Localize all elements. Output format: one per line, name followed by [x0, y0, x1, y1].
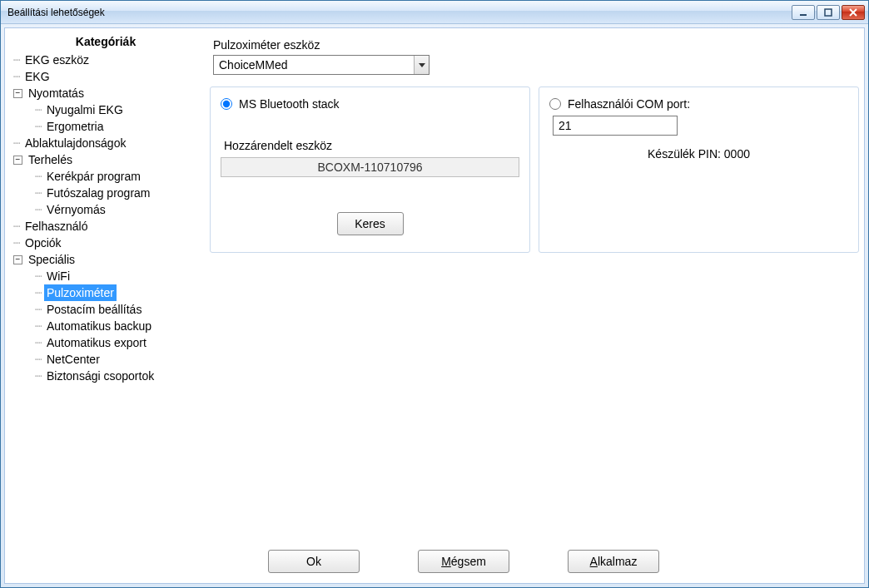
tree-item-label: Speciális: [26, 251, 77, 268]
tree-item-label: EKG eszköz: [22, 52, 92, 68]
button-bar: Ok Mégsem Alkalmaz: [68, 541, 859, 578]
bluetooth-radio[interactable]: [221, 98, 232, 110]
tree-item-label: Kerékpár program: [44, 168, 143, 185]
settings-window: Beállítási lehetőségek Kategóriák ┈EKG e…: [0, 0, 869, 588]
tree-item-ker-kp-r-program[interactable]: ┈Kerékpár program: [10, 168, 201, 185]
tree-item-v-rnyom-s[interactable]: ┈Vérnyomás: [10, 201, 201, 218]
tree-item-wifi[interactable]: ┈WiFi: [10, 268, 201, 284]
titlebar: Beállítási lehetőségek: [1, 1, 868, 24]
client-area: Kategóriák ┈EKG eszköz┈EKG−Nyomtatás┈Nyu…: [4, 27, 865, 584]
maximize-icon: [823, 7, 833, 17]
tree-item-label: EKG: [22, 68, 52, 85]
device-pin-label: Készülék PIN: 0000: [549, 147, 848, 161]
tree-item-label: NetCenter: [44, 351, 102, 368]
tree-item-label: Vérnyomás: [44, 201, 108, 218]
comport-input[interactable]: [553, 116, 678, 136]
minimize-icon: [798, 7, 808, 17]
device-combo-button[interactable]: [414, 56, 429, 74]
tree-item-ekg[interactable]: ┈EKG: [10, 68, 201, 85]
assigned-device-value: BCOXM-110710796: [221, 157, 519, 177]
tree-item-label: Ablaktulajdonságok: [22, 135, 128, 151]
tree-item-label: WiFi: [44, 268, 72, 284]
bluetooth-radio-label: MS Bluetooth stack: [239, 97, 340, 111]
content-row: Kategóriák ┈EKG eszköz┈EKG−Nyomtatás┈Nyu…: [10, 33, 859, 541]
tree-item-nyomtat-s[interactable]: −Nyomtatás: [10, 85, 201, 101]
tree-item-speci-lis[interactable]: −Speciális: [10, 251, 201, 268]
close-button[interactable]: [842, 5, 865, 20]
svg-rect-1: [825, 9, 832, 16]
category-tree[interactable]: ┈EKG eszköz┈EKG−Nyomtatás┈Nyugalmi EKG┈E…: [10, 52, 201, 541]
tree-item-label: Automatikus export: [44, 334, 149, 351]
chevron-down-icon: [419, 62, 425, 68]
tree-item-biztons-gi-csoportok[interactable]: ┈Biztonsági csoportok: [10, 368, 201, 384]
comport-radio-label: Felhasználói COM port:: [568, 97, 690, 111]
window-controls: [792, 5, 865, 20]
main-panel: Pulzoximéter eszköz MS Bluetooth stack H…: [210, 33, 859, 541]
tree-expander-icon[interactable]: −: [13, 255, 22, 264]
tree-item-postac-m-be-ll-t-s[interactable]: ┈Postacím beállítás: [10, 301, 201, 318]
tree-item-label: Felhasználó: [22, 218, 91, 235]
tree-item-label: Nyugalmi EKG: [44, 101, 126, 118]
tree-item-netcenter[interactable]: ┈NetCenter: [10, 351, 201, 368]
tree-item-felhaszn-l[interactable]: ┈Felhasználó: [10, 218, 201, 235]
comport-radio-row[interactable]: Felhasználói COM port:: [549, 97, 848, 111]
tree-item-label: Terhelés: [26, 151, 75, 168]
sidebar: Kategóriák ┈EKG eszköz┈EKG−Nyomtatás┈Nyu…: [10, 33, 201, 541]
svg-marker-4: [419, 63, 425, 67]
cancel-button[interactable]: Mégsem: [418, 550, 509, 573]
tree-item-nyugalmi-ekg[interactable]: ┈Nyugalmi EKG: [10, 101, 201, 118]
tree-item-label: Opciók: [22, 235, 64, 251]
tree-item-label: Nyomtatás: [26, 85, 87, 101]
close-icon: [848, 7, 858, 17]
tree-item-ekg-eszk-z[interactable]: ┈EKG eszköz: [10, 52, 201, 68]
tree-item-automatikus-export[interactable]: ┈Automatikus export: [10, 334, 201, 351]
bluetooth-panel: MS Bluetooth stack Hozzárendelt eszköz B…: [210, 86, 530, 253]
tree-expander-icon[interactable]: −: [13, 156, 22, 165]
device-label: Pulzoximéter eszköz: [213, 38, 859, 52]
panels-row: MS Bluetooth stack Hozzárendelt eszköz B…: [210, 86, 859, 253]
tree-item-label: Biztonsági csoportok: [44, 368, 156, 384]
tree-item-fut-szalag-program[interactable]: ┈Futószalag program: [10, 185, 201, 201]
comport-panel: Felhasználói COM port: Készülék PIN: 000…: [539, 86, 859, 253]
tree-item-ergometria[interactable]: ┈Ergometria: [10, 118, 201, 135]
tree-item-opci-k[interactable]: ┈Opciók: [10, 235, 201, 251]
tree-item-label: Postacím beállítás: [44, 301, 144, 318]
tree-item-label: Automatikus backup: [44, 318, 154, 334]
tree-item-ablaktulajdons-gok[interactable]: ┈Ablaktulajdonságok: [10, 135, 201, 151]
tree-item-terhel-s[interactable]: −Terhelés: [10, 151, 201, 168]
sidebar-header: Kategóriák: [10, 33, 201, 52]
tree-item-label: Pulzoximéter: [44, 284, 117, 301]
tree-item-label: Futószalag program: [44, 185, 153, 201]
search-button[interactable]: Keres: [337, 212, 404, 235]
maximize-button[interactable]: [817, 5, 840, 20]
device-combo-input[interactable]: [213, 55, 430, 75]
tree-item-pulzoxim-ter[interactable]: ┈Pulzoximéter: [10, 284, 201, 301]
tree-expander-icon[interactable]: −: [13, 89, 22, 98]
window-title: Beállítási lehetőségek: [7, 7, 792, 18]
ok-button[interactable]: Ok: [268, 550, 360, 573]
bluetooth-radio-row[interactable]: MS Bluetooth stack: [221, 97, 519, 111]
comport-radio[interactable]: [549, 98, 561, 110]
tree-item-automatikus-backup[interactable]: ┈Automatikus backup: [10, 318, 201, 334]
apply-button[interactable]: Alkalmaz: [568, 550, 659, 573]
assigned-device-label: Hozzárendelt eszköz: [224, 139, 519, 152]
tree-item-label: Ergometria: [44, 118, 106, 135]
minimize-button[interactable]: [792, 5, 815, 20]
device-combobox[interactable]: [213, 55, 430, 75]
